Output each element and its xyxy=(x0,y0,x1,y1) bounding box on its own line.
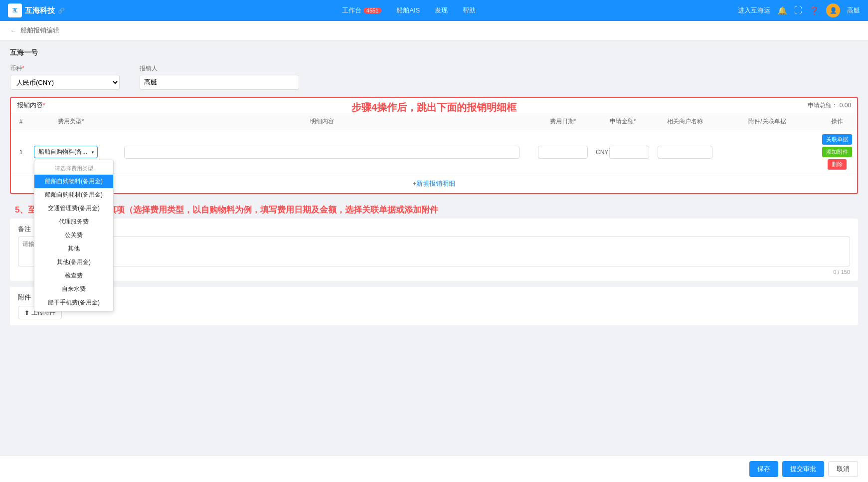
row-vendor xyxy=(653,130,717,174)
enter-ocean-label[interactable]: 进入互海运 xyxy=(738,6,770,15)
ship-name: 互海一号 xyxy=(10,48,858,57)
dropdown-item-4[interactable]: 代理服务费 xyxy=(34,215,113,229)
dropdown-item-2[interactable]: 船舶自购耗材(备用金) xyxy=(34,188,113,202)
vendor-input[interactable] xyxy=(658,146,712,159)
col-header-amount: 申请金额* xyxy=(593,113,653,130)
currency-select[interactable]: 人民币(CNY) 美元(USD) xyxy=(10,75,120,90)
note-textarea[interactable] xyxy=(18,237,850,266)
row-amount: CNY xyxy=(593,130,653,174)
reimbursee-group: 报销人 xyxy=(140,64,299,90)
back-arrow[interactable]: ← xyxy=(10,27,16,34)
row-detail xyxy=(111,130,533,174)
col-header-attachment: 附件/关联单据 xyxy=(717,113,817,130)
note-label: 备注 xyxy=(18,225,850,234)
note-section: 备注 0 / 150 xyxy=(10,219,858,281)
detail-input[interactable] xyxy=(124,146,520,159)
bottom-bar: 保存 提交审批 取消 xyxy=(0,456,868,482)
nav-ship-ais[interactable]: 船舶AIS xyxy=(396,6,420,15)
brand-logo[interactable]: 互 互海科技 🔗 xyxy=(8,3,65,17)
avatar-icon: 👤 xyxy=(830,7,837,14)
note-count: 0 / 150 xyxy=(18,269,850,275)
col-header-detail: 明细内容 xyxy=(111,113,533,130)
dropdown-item-7[interactable]: 其他(备用金) xyxy=(34,255,113,269)
type-select-btn[interactable]: 船舶自购物料(备... xyxy=(34,146,98,158)
type-select-wrapper: 船舶自购物料(备... 请选择费用类型 船舶自购物料(备用金) 船舶自购耗材(备… xyxy=(34,146,108,158)
add-line-row: +新填报销明细 xyxy=(11,174,857,193)
row-date xyxy=(533,130,593,174)
dropdown-item-placeholder[interactable]: 请选择费用类型 xyxy=(34,162,113,175)
user-name[interactable]: 高艇 xyxy=(847,6,860,15)
associate-button[interactable]: 关联单据 xyxy=(822,134,852,145)
brand-name: 互海科技 xyxy=(25,6,55,15)
reimbursee-label: 报销人 xyxy=(140,64,299,73)
page-wrapper: ← 船舶报销编辑 互海一号 币种* 人民币(CNY) 美元(USD) 报销人 xyxy=(0,21,868,482)
nav-discover[interactable]: 发现 xyxy=(435,6,448,15)
col-header-type: 费用类型* xyxy=(31,113,111,130)
total-amount: 申请总额： 0.00 xyxy=(808,101,851,110)
row-type: 船舶自购物料(备... 请选择费用类型 船舶自购物料(备用金) 船舶自购耗材(备… xyxy=(31,130,111,174)
dropdown-item-9[interactable]: 自来水费 xyxy=(34,282,113,296)
fullscreen-icon[interactable]: ⛶ xyxy=(794,6,802,15)
add-attachment-button[interactable]: 添加附件 xyxy=(822,147,852,157)
dropdown-item-3[interactable]: 交通管理费(备用金) xyxy=(34,202,113,215)
currency-group: 币种* 人民币(CNY) 美元(USD) xyxy=(10,64,120,90)
brand-icon: 互 xyxy=(8,3,22,17)
avatar[interactable]: 👤 xyxy=(826,3,840,17)
notification-icon[interactable]: 🔔 xyxy=(777,6,787,15)
dropdown-item-10[interactable]: 船干手机费(备用金) xyxy=(34,296,113,309)
report-section-header: 报销内容* 申请总额： 0.00 xyxy=(11,98,857,113)
save-button[interactable]: 保存 xyxy=(749,461,778,477)
row-index: 1 xyxy=(11,130,31,174)
dropdown-item-5[interactable]: 公关费 xyxy=(34,229,113,242)
dropdown-item-8[interactable]: 检查费 xyxy=(34,269,113,282)
report-section: 步骤4操作后，跳出下面的报销明细框 报销内容* 申请总额： 0.00 # 费用类… xyxy=(10,97,858,194)
expense-table: # 费用类型* 明细内容 费用日期* 申请金额* 相关商户名称 附件/关联单据 … xyxy=(11,113,857,174)
attachment-label: 附件 xyxy=(18,293,850,302)
amount-input[interactable] xyxy=(609,146,649,159)
help-icon[interactable]: ❓ xyxy=(809,6,819,15)
row-action: 关联单据 添加附件 删除 xyxy=(817,130,857,174)
brand-tag: 🔗 xyxy=(58,7,65,14)
cancel-button[interactable]: 取消 xyxy=(828,461,858,477)
row-attachment xyxy=(717,130,817,174)
annotation-step5: 5、至少需要完善带*的必填项（选择费用类型，以自购物料为例，填写费用日期及金额，… xyxy=(10,201,858,219)
col-header-index: # xyxy=(11,113,31,130)
currency-label: 币种* xyxy=(10,64,120,73)
col-header-vendor: 相关商户名称 xyxy=(653,113,717,130)
breadcrumb-title: 船舶报销编辑 xyxy=(20,26,59,35)
report-content-label: 报销内容* xyxy=(17,101,45,110)
attachment-section: 附件 ⬆ 上传附件 xyxy=(10,287,858,325)
nav-workbench[interactable]: 工作台 4551 xyxy=(342,6,381,15)
reimbursee-input[interactable] xyxy=(140,75,299,90)
workbench-badge: 4551 xyxy=(363,7,381,13)
dropdown-item-1[interactable]: 船舶自购物料(备用金) xyxy=(34,175,113,188)
add-line-link[interactable]: +新填报销明细 xyxy=(413,180,456,187)
submit-button[interactable]: 提交审批 xyxy=(782,461,824,477)
nav-help[interactable]: 帮助 xyxy=(463,6,476,15)
delete-button[interactable]: 删除 xyxy=(828,159,847,170)
breadcrumb-bar: ← 船舶报销编辑 xyxy=(0,21,868,40)
nav-center: 工作台 4551 船舶AIS 发现 帮助 xyxy=(80,6,738,15)
col-header-date: 费用日期* xyxy=(533,113,593,130)
type-dropdown-menu: 请选择费用类型 船舶自购物料(备用金) 船舶自购耗材(备用金) 交通管理费(备用… xyxy=(34,160,114,312)
top-navigation: 互 互海科技 🔗 工作台 4551 船舶AIS 发现 帮助 进入互海运 🔔 ⛶ … xyxy=(0,0,868,21)
nav-right: 进入互海运 🔔 ⛶ ❓ 👤 高艇 xyxy=(738,3,860,17)
amount-wrapper: CNY xyxy=(596,146,650,159)
content-area: 互海一号 币种* 人民币(CNY) 美元(USD) 报销人 步骤4操作后，跳出下… xyxy=(0,40,868,333)
currency-prefix: CNY xyxy=(596,149,608,156)
form-row-currency: 币种* 人民币(CNY) 美元(USD) 报销人 xyxy=(10,64,858,90)
action-btn-group: 关联单据 添加附件 删除 xyxy=(820,134,854,170)
date-input[interactable] xyxy=(538,146,588,159)
dropdown-item-6[interactable]: 其他 xyxy=(34,242,113,255)
col-header-action: 操作 xyxy=(817,113,857,130)
table-row: 1 船舶自购物料(备... 请选择费用类型 船舶自购物料(备用金) 船舶自购耗材… xyxy=(11,130,857,174)
upload-icon: ⬆ xyxy=(24,309,29,316)
